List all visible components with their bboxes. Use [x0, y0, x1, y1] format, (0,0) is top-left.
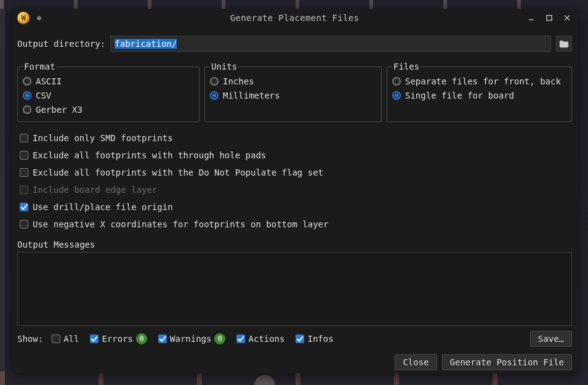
- files-group: Files Separate files for front, back Sin…: [387, 62, 572, 122]
- radio-icon: [392, 91, 401, 100]
- radio-icon: [210, 77, 219, 86]
- output-directory-label: Output directory:: [17, 39, 105, 49]
- format-ascii-radio[interactable]: ASCII: [23, 74, 194, 88]
- close-icon: [563, 14, 571, 22]
- checkbox-icon: [20, 168, 28, 177]
- filter-label: Errors: [102, 334, 133, 344]
- checkbox-icon: [296, 334, 304, 343]
- app-icon-letter: W: [21, 14, 25, 22]
- modified-indicator-icon: [37, 16, 41, 20]
- close-button[interactable]: Close: [395, 354, 437, 370]
- filter-errors-checkbox[interactable]: Errors 0: [90, 333, 147, 344]
- units-mm-radio[interactable]: Millimeters: [210, 88, 376, 102]
- checkbox-icon: [20, 151, 28, 160]
- drill-origin-checkbox[interactable]: Use drill/place file origin: [20, 200, 570, 214]
- format-option-label: ASCII: [36, 76, 62, 86]
- radio-icon: [392, 77, 401, 86]
- output-directory-input[interactable]: [110, 36, 551, 52]
- filter-label: Actions: [248, 334, 284, 344]
- files-option-label: Single file for board: [405, 91, 514, 100]
- checkbox-label: Include board edge layer: [33, 185, 157, 195]
- files-option-label: Separate files for front, back: [405, 76, 561, 86]
- format-option-label: CSV: [36, 91, 51, 100]
- format-option-label: Gerber X3: [36, 105, 83, 115]
- exclude-th-checkbox[interactable]: Exclude all footprints with through hole…: [20, 148, 570, 162]
- generate-button[interactable]: Generate Position File: [442, 354, 572, 370]
- maximize-button[interactable]: [541, 10, 557, 26]
- radio-icon: [210, 91, 219, 100]
- radio-icon: [23, 91, 31, 100]
- output-messages-box[interactable]: [17, 252, 572, 326]
- files-legend: Files: [392, 62, 421, 71]
- units-option-label: Inches: [223, 76, 254, 86]
- save-messages-button[interactable]: Save…: [530, 331, 572, 347]
- filter-all-checkbox[interactable]: All: [52, 334, 79, 344]
- units-legend: Units: [210, 62, 238, 71]
- checkbox-icon: [20, 203, 28, 211]
- errors-count-badge: 0: [136, 333, 147, 344]
- filter-label: Infos: [307, 334, 333, 344]
- exclude-dnp-checkbox[interactable]: Exclude all footprints with the Do Not P…: [20, 165, 570, 179]
- minimize-button[interactable]: [523, 10, 539, 26]
- files-separate-radio[interactable]: Separate files for front, back: [392, 74, 566, 88]
- checkbox-label: Use drill/place file origin: [33, 202, 173, 212]
- show-label: Show:: [17, 334, 43, 344]
- filter-infos-checkbox[interactable]: Infos: [296, 334, 333, 344]
- checkbox-icon: [90, 334, 99, 343]
- window-title: Generate Placement Files: [12, 13, 578, 23]
- format-group: Format ASCII CSV Gerber X3: [17, 62, 199, 122]
- checkbox-icon: [20, 185, 28, 194]
- filter-label: Warnings: [170, 334, 211, 344]
- radio-icon: [23, 105, 31, 114]
- checkbox-icon: [20, 220, 28, 229]
- checkbox-icon: [158, 334, 167, 343]
- titlebar[interactable]: W Generate Placement Files: [12, 9, 578, 27]
- units-group: Units Inches Millimeters: [204, 62, 382, 122]
- filter-label: All: [63, 334, 79, 344]
- checkbox-label: Exclude all footprints with through hole…: [33, 150, 266, 160]
- close-window-button[interactable]: [559, 10, 575, 26]
- checkbox-label: Use negative X coordinates for footprint…: [33, 219, 328, 229]
- checkbox-icon: [20, 134, 28, 142]
- format-gerber-radio[interactable]: Gerber X3: [23, 102, 194, 116]
- warnings-count-badge: 0: [214, 333, 225, 344]
- checkbox-label: Exclude all footprints with the Do Not P…: [33, 168, 323, 177]
- units-inches-radio[interactable]: Inches: [210, 74, 376, 88]
- app-icon: W: [17, 12, 30, 24]
- radio-icon: [23, 77, 31, 86]
- output-messages-label: Output Messages: [17, 240, 572, 249]
- checkbox-label: Include only SMD footprints: [33, 133, 173, 143]
- negative-x-checkbox[interactable]: Use negative X coordinates for footprint…: [20, 217, 570, 231]
- dialog-content: Output directory: Format ASCII CSV: [12, 27, 578, 373]
- filter-actions-checkbox[interactable]: Actions: [236, 334, 284, 344]
- format-csv-radio[interactable]: CSV: [23, 88, 194, 102]
- folder-icon: [559, 40, 569, 48]
- maximize-icon: [546, 14, 553, 22]
- units-option-label: Millimeters: [223, 91, 280, 100]
- checkbox-icon: [52, 334, 60, 343]
- svg-rect-1: [547, 15, 552, 20]
- browse-button[interactable]: [556, 36, 572, 52]
- filter-warnings-checkbox[interactable]: Warnings 0: [158, 333, 225, 344]
- only-smd-checkbox[interactable]: Include only SMD footprints: [20, 131, 570, 145]
- minimize-icon: [528, 14, 535, 22]
- dialog-window: W Generate Placement Files Output direct…: [12, 9, 578, 373]
- include-edge-checkbox: Include board edge layer: [20, 182, 570, 197]
- files-single-radio[interactable]: Single file for board: [392, 88, 566, 102]
- format-legend: Format: [23, 62, 57, 71]
- checkbox-icon: [236, 334, 245, 343]
